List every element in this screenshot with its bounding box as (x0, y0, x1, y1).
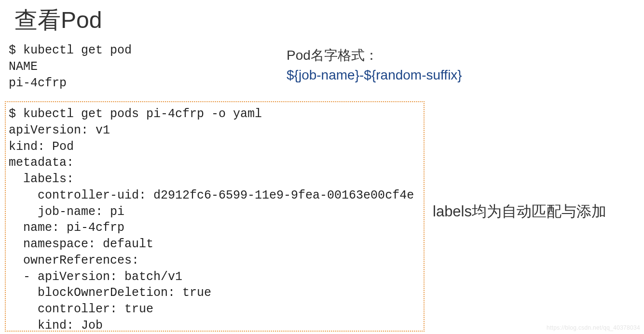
labels-annotation: labels均为自动匹配与添加 (433, 201, 606, 222)
pod-name-format-value: ${job-name}-${random-suffix} (287, 67, 462, 83)
source-watermark: https://blog.csdn.net/qq_40378034 (547, 324, 640, 331)
pod-name-format-label: Pod名字格式： (287, 46, 378, 65)
page-title: 查看Pod (14, 5, 102, 36)
kubectl-get-pod-output: $ kubectl get pod NAME pi-4cfrp (9, 42, 132, 91)
kubectl-yaml-output: $ kubectl get pods pi-4cfrp -o yaml apiV… (5, 101, 425, 332)
